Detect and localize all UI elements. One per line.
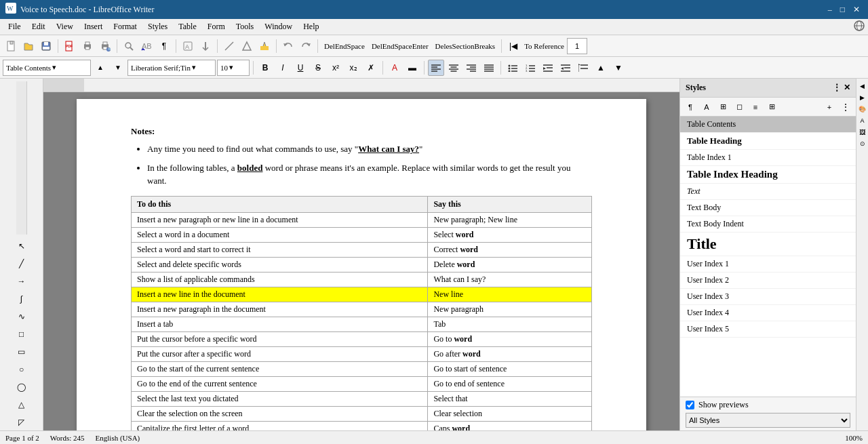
style-item-title[interactable]: Title <box>680 233 856 256</box>
justify-button[interactable] <box>481 60 497 76</box>
para-styles-button[interactable]: ¶ <box>683 100 698 115</box>
delendspace-label[interactable]: DelEndSpace <box>321 42 368 50</box>
align-left-button[interactable] <box>428 60 444 76</box>
image-mini[interactable]: 🖼 <box>858 127 867 137</box>
list-unordered-button[interactable] <box>505 60 521 76</box>
menu-insert[interactable]: Insert <box>79 20 108 33</box>
rect-tool[interactable]: □ <box>14 326 30 342</box>
list-styles-button[interactable]: ≡ <box>748 100 763 115</box>
style-item-table-contents[interactable]: Table Contents <box>680 117 856 133</box>
style-item-text[interactable]: Text <box>680 184 856 200</box>
font-dropdown[interactable]: Liberation Serif;Tin ▾ <box>127 60 216 76</box>
char-styles-button[interactable]: A <box>699 100 714 115</box>
style-item-table-index-heading[interactable]: Table Index Heading <box>680 166 856 184</box>
style-inc-button[interactable]: ▲ <box>92 60 108 76</box>
line-tool[interactable]: ╱ <box>14 256 30 272</box>
character-button[interactable]: A <box>180 38 196 54</box>
ellipse-tool[interactable]: ◯ <box>14 379 30 395</box>
paint-button[interactable] <box>256 38 273 54</box>
clear-formatting-button[interactable]: ✗ <box>363 60 379 76</box>
nav-next-button[interactable]: ▶ <box>858 93 867 102</box>
menu-file[interactable]: File <box>3 20 26 33</box>
menu-table[interactable]: Table <box>173 20 201 33</box>
style-item-table-heading[interactable]: Table Heading <box>680 133 856 150</box>
freeform-tool[interactable]: ∿ <box>14 308 30 325</box>
navigator-mini[interactable]: ⊙ <box>858 139 867 148</box>
style-dec-button[interactable]: ▼ <box>110 60 126 76</box>
line-spacing-button[interactable] <box>575 60 591 76</box>
align-right-button[interactable] <box>463 60 479 76</box>
new-button[interactable] <box>3 38 19 54</box>
find-button[interactable] <box>121 38 137 54</box>
doc-scroll-area[interactable]: Notes: Any time you need to find out wha… <box>43 92 679 430</box>
font-mini[interactable]: A <box>858 116 867 125</box>
style-dropdown[interactable]: Table Contents ▾ <box>3 60 91 76</box>
select-tool[interactable]: ↖ <box>14 238 30 254</box>
para-dec-button[interactable]: ▼ <box>610 60 627 76</box>
menu-edit[interactable]: Edit <box>26 20 51 33</box>
style-options-button[interactable]: ⋮ <box>838 100 853 115</box>
maximize-button[interactable]: □ <box>837 5 848 15</box>
deletesectionbreaks-label[interactable]: DelesSectionBreaks <box>433 42 498 50</box>
rounded-rect-tool[interactable]: ▭ <box>14 344 30 360</box>
minimize-button[interactable]: – <box>825 5 835 15</box>
reference-input[interactable] <box>567 38 587 54</box>
style-item-user-index-4[interactable]: User Index 4 <box>680 305 856 321</box>
menu-styles[interactable]: Styles <box>142 20 173 33</box>
circle-tool[interactable]: ○ <box>14 361 30 378</box>
size-dropdown[interactable]: 10 ▾ <box>217 60 250 76</box>
decrease-indent-button[interactable] <box>557 60 574 76</box>
print-button[interactable] <box>79 38 96 54</box>
table-styles-button[interactable]: ⊞ <box>764 100 779 115</box>
paint-bucket-mini[interactable]: 🎨 <box>858 104 867 114</box>
highlight-button[interactable]: ▬ <box>404 60 420 76</box>
formatting-marks-button[interactable]: ¶ <box>156 38 172 54</box>
print-preview-button[interactable]: 🔍 <box>97 38 113 54</box>
close-button[interactable]: ✕ <box>850 5 863 15</box>
arrow-tool[interactable]: → <box>14 273 30 289</box>
style-item-user-index-3[interactable]: User Index 3 <box>680 289 856 305</box>
curve-tool[interactable]: ∫ <box>14 291 30 307</box>
bold-button[interactable]: B <box>257 60 273 76</box>
subscript-button[interactable]: x₂ <box>345 60 361 76</box>
export-pdf-button[interactable]: PDF <box>62 38 78 54</box>
styles-list[interactable]: Table ContentsTable HeadingTable Index 1… <box>680 117 856 397</box>
triangle-tool[interactable]: △ <box>14 397 30 413</box>
font-color-button[interactable]: A <box>387 60 403 76</box>
menu-tools[interactable]: Tools <box>231 20 260 33</box>
align-center-button[interactable] <box>446 60 462 76</box>
styles-close-button[interactable]: ✕ <box>844 83 850 93</box>
rtriangle-tool[interactable]: ◸ <box>14 414 30 430</box>
open-button[interactable] <box>20 38 37 54</box>
new-style-button[interactable]: + <box>822 100 837 115</box>
delendspaceenter-label[interactable]: DelEndSpaceEnter <box>369 42 431 50</box>
styles-options-button[interactable]: ⋮ <box>833 83 841 93</box>
menu-form[interactable]: Form <box>202 20 231 33</box>
menu-window[interactable]: Window <box>259 20 298 33</box>
strikethrough-button[interactable]: S <box>310 60 326 76</box>
save-button[interactable] <box>38 38 54 54</box>
first-ref-button[interactable]: |◀ <box>505 38 521 54</box>
undo-button[interactable] <box>280 38 296 54</box>
italic-button[interactable]: I <box>275 60 291 76</box>
para-inc-button[interactable]: ▲ <box>593 60 609 76</box>
menu-help[interactable]: Help <box>298 20 324 33</box>
show-previews-checkbox[interactable] <box>686 401 694 409</box>
menu-view[interactable]: View <box>51 20 79 33</box>
page-styles-button[interactable]: ◻ <box>732 100 747 115</box>
line-button[interactable] <box>221 38 237 54</box>
style-item-user-index-1[interactable]: User Index 1 <box>680 256 856 273</box>
style-item-user-index-2[interactable]: User Index 2 <box>680 273 856 289</box>
frame-styles-button[interactable]: ⊞ <box>715 100 730 115</box>
nav-prev-button[interactable]: ◀ <box>858 81 867 91</box>
insert-button[interactable] <box>197 38 214 54</box>
increase-indent-button[interactable] <box>540 60 556 76</box>
menu-format[interactable]: Format <box>108 20 142 33</box>
style-item-text-body[interactable]: Text Body <box>680 200 856 216</box>
spellcheck-button[interactable]: ABC <box>138 38 155 54</box>
list-ordered-button[interactable]: 1.2.3. <box>522 60 538 76</box>
style-item-user-index-5[interactable]: User Index 5 <box>680 321 856 338</box>
shape-button[interactable] <box>239 38 255 54</box>
style-category-select[interactable]: All Styles <box>686 413 850 428</box>
style-item-text-body-indent[interactable]: Text Body Indent <box>680 216 856 233</box>
